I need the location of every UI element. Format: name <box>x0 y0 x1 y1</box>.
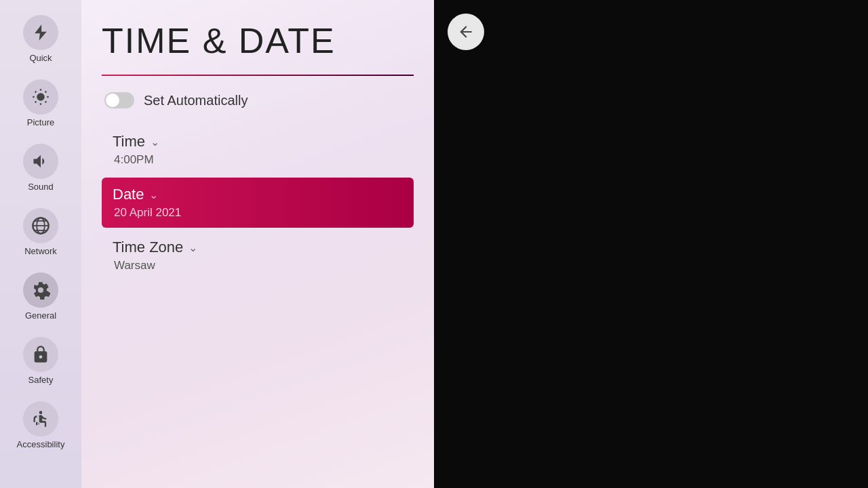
title-divider <box>102 75 414 76</box>
date-setting-row[interactable]: Date ⌄ 20 April 2021 <box>102 178 414 228</box>
timezone-setting-title-text: Time Zone <box>113 239 183 256</box>
time-setting-row[interactable]: Time ⌄ 4:00PM <box>102 125 414 175</box>
time-setting-title-text: Time <box>113 133 145 150</box>
svg-line-5 <box>35 92 37 93</box>
sidebar-item-accessibility[interactable]: Accessibility <box>0 393 81 458</box>
sidebar-item-accessibility-label: Accessibility <box>17 439 65 449</box>
main-panel: TIME & DATE Set Automatically Time ⌄ 4:0… <box>81 0 434 488</box>
sidebar-item-quick-label: Quick <box>29 53 52 63</box>
toggle-knob <box>106 94 119 107</box>
timezone-setting-value: Warsaw <box>113 259 403 272</box>
sound-icon-circle <box>23 144 58 179</box>
set-automatically-row[interactable]: Set Automatically <box>102 92 414 108</box>
page-title: TIME & DATE <box>102 20 414 61</box>
svg-point-14 <box>39 411 43 414</box>
svg-line-8 <box>35 102 37 103</box>
accessibility-icon <box>31 409 50 428</box>
sidebar-item-picture[interactable]: Picture <box>0 71 81 136</box>
date-setting-title-text: Date <box>113 186 144 203</box>
safety-icon-circle <box>23 337 58 372</box>
quick-icon <box>31 23 50 42</box>
sidebar-item-picture-label: Picture <box>27 117 54 127</box>
svg-point-0 <box>37 93 45 101</box>
sidebar-item-sound-label: Sound <box>28 182 54 192</box>
svg-line-6 <box>45 102 47 103</box>
picture-icon <box>31 87 50 106</box>
timezone-setting-row[interactable]: Time Zone ⌄ Warsaw <box>102 230 414 281</box>
time-setting-title: Time ⌄ <box>113 133 403 150</box>
svg-line-7 <box>45 92 47 93</box>
safety-icon <box>31 345 50 364</box>
sidebar-item-sound[interactable]: Sound <box>0 136 81 200</box>
general-icon-circle <box>23 272 58 308</box>
date-chevron-icon: ⌄ <box>149 188 158 201</box>
back-button[interactable] <box>448 14 484 50</box>
sound-icon <box>31 152 50 171</box>
set-automatically-label: Set Automatically <box>144 93 248 108</box>
network-icon-circle <box>23 208 58 243</box>
quick-icon-circle <box>23 15 58 50</box>
network-icon <box>31 216 50 235</box>
timezone-chevron-icon: ⌄ <box>189 241 197 254</box>
general-icon <box>31 281 50 300</box>
date-setting-title: Date ⌄ <box>113 186 403 203</box>
set-automatically-toggle[interactable] <box>104 92 134 108</box>
date-setting-value: 20 April 2021 <box>113 206 403 220</box>
back-arrow-icon <box>457 23 475 41</box>
sidebar-item-safety[interactable]: Safety <box>0 329 81 393</box>
right-panel <box>434 0 868 488</box>
sidebar-item-network[interactable]: Network <box>0 200 81 264</box>
time-chevron-icon: ⌄ <box>151 136 159 148</box>
sidebar-item-quick[interactable]: Quick <box>0 7 81 71</box>
sidebar-item-general-label: General <box>25 310 56 321</box>
picture-icon-circle <box>23 79 58 115</box>
sidebar-item-network-label: Network <box>24 246 57 256</box>
timezone-setting-title: Time Zone ⌄ <box>113 239 403 256</box>
time-setting-value: 4:00PM <box>113 153 403 167</box>
sidebar-item-safety-label: Safety <box>28 375 54 385</box>
accessibility-icon-circle <box>23 401 58 436</box>
sidebar-item-general[interactable]: General <box>0 264 81 329</box>
sidebar: Quick Picture Sound <box>0 0 81 488</box>
